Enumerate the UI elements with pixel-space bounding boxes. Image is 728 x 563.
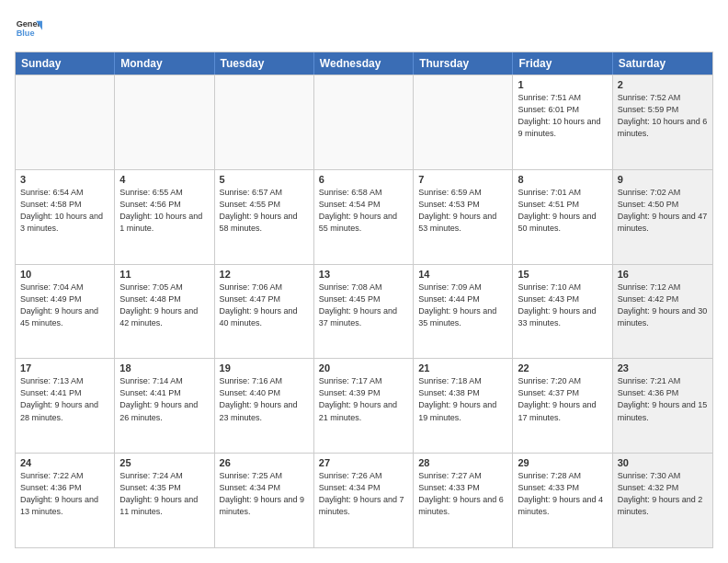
empty-cell [115,75,214,169]
day-number: 28 [418,457,507,468]
day-number: 11 [119,269,209,280]
day-info: Sunrise: 7:28 AM Sunset: 4:33 PM Dayligh… [518,470,607,518]
header-day-thursday: Thursday [414,52,513,75]
empty-cell [414,75,513,169]
week-row-1: 1Sunrise: 7:51 AM Sunset: 6:01 PM Daylig… [16,75,712,169]
day-info: Sunrise: 7:21 AM Sunset: 4:36 PM Dayligh… [618,375,708,423]
day-number: 3 [20,174,109,185]
day-cell-15: 15Sunrise: 7:10 AM Sunset: 4:43 PM Dayli… [513,265,612,359]
day-number: 30 [618,457,708,468]
calendar: SundayMondayTuesdayWednesdayThursdayFrid… [15,52,713,548]
day-cell-9: 9Sunrise: 7:02 AM Sunset: 4:50 PM Daylig… [613,170,712,264]
day-cell-2: 2Sunrise: 7:52 AM Sunset: 5:59 PM Daylig… [613,75,712,169]
day-cell-12: 12Sunrise: 7:06 AM Sunset: 4:47 PM Dayli… [215,265,314,359]
week-row-4: 17Sunrise: 7:13 AM Sunset: 4:41 PM Dayli… [16,358,712,453]
day-number: 16 [618,269,708,280]
empty-cell [215,75,314,169]
calendar-header: SundayMondayTuesdayWednesdayThursdayFrid… [16,52,712,75]
day-cell-24: 24Sunrise: 7:22 AM Sunset: 4:36 PM Dayli… [16,454,115,547]
day-cell-13: 13Sunrise: 7:08 AM Sunset: 4:45 PM Dayli… [314,265,414,359]
day-number: 24 [20,457,109,468]
day-number: 14 [418,269,507,280]
day-info: Sunrise: 7:13 AM Sunset: 4:41 PM Dayligh… [20,375,109,423]
week-row-5: 24Sunrise: 7:22 AM Sunset: 4:36 PM Dayli… [16,453,712,547]
day-info: Sunrise: 6:55 AM Sunset: 4:56 PM Dayligh… [119,187,209,235]
day-number: 18 [119,362,209,373]
day-number: 21 [418,362,507,373]
day-number: 6 [319,174,408,185]
empty-cell [314,75,414,169]
logo-icon: General Blue [15,15,42,42]
calendar-body: 1Sunrise: 7:51 AM Sunset: 6:01 PM Daylig… [16,75,712,547]
day-number: 2 [618,79,708,90]
header: General Blue [15,15,713,42]
day-info: Sunrise: 7:08 AM Sunset: 4:45 PM Dayligh… [319,282,408,329]
day-cell-5: 5Sunrise: 6:57 AM Sunset: 4:55 PM Daylig… [215,170,314,264]
week-row-2: 3Sunrise: 6:54 AM Sunset: 4:58 PM Daylig… [16,169,712,264]
day-number: 5 [220,174,309,185]
day-info: Sunrise: 7:02 AM Sunset: 4:50 PM Dayligh… [618,187,708,235]
day-info: Sunrise: 7:09 AM Sunset: 4:44 PM Dayligh… [418,282,507,329]
day-cell-19: 19Sunrise: 7:16 AM Sunset: 4:40 PM Dayli… [215,359,314,453]
day-cell-1: 1Sunrise: 7:51 AM Sunset: 6:01 PM Daylig… [513,75,612,169]
day-info: Sunrise: 7:12 AM Sunset: 4:42 PM Dayligh… [618,282,708,329]
day-cell-20: 20Sunrise: 7:17 AM Sunset: 4:39 PM Dayli… [314,359,414,453]
day-info: Sunrise: 7:52 AM Sunset: 5:59 PM Dayligh… [618,92,708,140]
day-cell-18: 18Sunrise: 7:14 AM Sunset: 4:41 PM Dayli… [115,359,214,453]
day-cell-10: 10Sunrise: 7:04 AM Sunset: 4:49 PM Dayli… [16,265,115,359]
day-number: 7 [418,174,507,185]
day-info: Sunrise: 7:05 AM Sunset: 4:48 PM Dayligh… [119,282,209,329]
day-info: Sunrise: 7:14 AM Sunset: 4:41 PM Dayligh… [119,375,209,423]
day-info: Sunrise: 7:04 AM Sunset: 4:49 PM Dayligh… [20,282,109,329]
page: General Blue SundayMondayTuesdayWednesda… [0,0,728,563]
day-info: Sunrise: 6:58 AM Sunset: 4:54 PM Dayligh… [319,187,408,235]
day-info: Sunrise: 7:17 AM Sunset: 4:39 PM Dayligh… [319,375,408,423]
header-day-tuesday: Tuesday [215,52,314,75]
day-info: Sunrise: 7:27 AM Sunset: 4:33 PM Dayligh… [418,470,507,518]
day-number: 12 [220,269,309,280]
day-cell-6: 6Sunrise: 6:58 AM Sunset: 4:54 PM Daylig… [314,170,414,264]
day-cell-4: 4Sunrise: 6:55 AM Sunset: 4:56 PM Daylig… [115,170,214,264]
day-number: 19 [220,362,309,373]
header-day-wednesday: Wednesday [314,52,414,75]
day-info: Sunrise: 7:26 AM Sunset: 4:34 PM Dayligh… [319,470,408,518]
day-info: Sunrise: 6:59 AM Sunset: 4:53 PM Dayligh… [418,187,507,235]
day-cell-11: 11Sunrise: 7:05 AM Sunset: 4:48 PM Dayli… [115,265,214,359]
day-number: 26 [220,457,309,468]
week-row-3: 10Sunrise: 7:04 AM Sunset: 4:49 PM Dayli… [16,264,712,359]
day-number: 29 [518,457,607,468]
day-number: 17 [20,362,109,373]
day-info: Sunrise: 7:10 AM Sunset: 4:43 PM Dayligh… [518,282,607,329]
day-info: Sunrise: 7:51 AM Sunset: 6:01 PM Dayligh… [518,92,607,140]
day-number: 8 [518,174,607,185]
day-info: Sunrise: 7:18 AM Sunset: 4:38 PM Dayligh… [418,375,507,423]
day-info: Sunrise: 7:20 AM Sunset: 4:37 PM Dayligh… [518,375,607,423]
day-number: 4 [119,174,209,185]
day-cell-27: 27Sunrise: 7:26 AM Sunset: 4:34 PM Dayli… [314,454,414,547]
day-number: 25 [119,457,209,468]
day-cell-30: 30Sunrise: 7:30 AM Sunset: 4:32 PM Dayli… [613,454,712,547]
day-cell-23: 23Sunrise: 7:21 AM Sunset: 4:36 PM Dayli… [613,359,712,453]
day-number: 9 [618,174,708,185]
day-cell-28: 28Sunrise: 7:27 AM Sunset: 4:33 PM Dayli… [414,454,513,547]
header-day-friday: Friday [513,52,612,75]
day-number: 23 [618,362,708,373]
day-number: 22 [518,362,607,373]
day-cell-26: 26Sunrise: 7:25 AM Sunset: 4:34 PM Dayli… [215,454,314,547]
day-cell-3: 3Sunrise: 6:54 AM Sunset: 4:58 PM Daylig… [16,170,115,264]
day-info: Sunrise: 7:25 AM Sunset: 4:34 PM Dayligh… [220,470,309,518]
header-day-sunday: Sunday [16,52,115,75]
empty-cell [16,75,115,169]
svg-text:Blue: Blue [17,29,35,38]
day-info: Sunrise: 7:22 AM Sunset: 4:36 PM Dayligh… [20,470,109,518]
header-day-saturday: Saturday [613,52,712,75]
day-number: 10 [20,269,109,280]
day-info: Sunrise: 7:01 AM Sunset: 4:51 PM Dayligh… [518,187,607,235]
day-cell-17: 17Sunrise: 7:13 AM Sunset: 4:41 PM Dayli… [16,359,115,453]
day-cell-29: 29Sunrise: 7:28 AM Sunset: 4:33 PM Dayli… [513,454,612,547]
day-number: 20 [319,362,408,373]
day-info: Sunrise: 7:16 AM Sunset: 4:40 PM Dayligh… [220,375,309,423]
day-info: Sunrise: 6:54 AM Sunset: 4:58 PM Dayligh… [20,187,109,235]
day-info: Sunrise: 7:06 AM Sunset: 4:47 PM Dayligh… [220,282,309,329]
day-cell-14: 14Sunrise: 7:09 AM Sunset: 4:44 PM Dayli… [414,265,513,359]
